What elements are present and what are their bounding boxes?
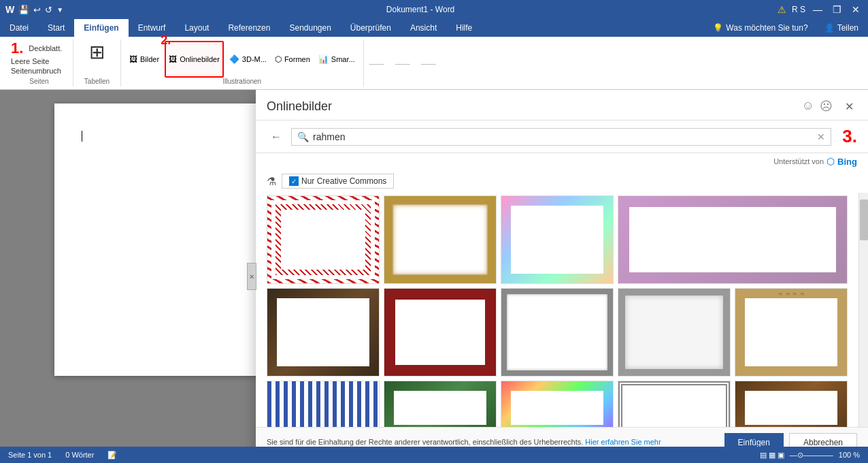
illustrationen-items: 🖼 Bilder 2. 🖼 Onlinebilder 🔷 3D-M... ⬡ F… — [127, 41, 358, 78]
onlinebilder-label: Onlinebilder — [180, 55, 220, 63]
search-input-wrapper: 🔍 ✕ — [291, 128, 831, 146]
dialog-title: Onlinebilder — [267, 99, 332, 114]
dialog-header: Onlinebilder ☺ ☹ ✕ — [256, 90, 868, 121]
dialog-close-button[interactable]: ✕ — [841, 98, 857, 114]
dialog-resize-handle[interactable]: ✕ — [247, 263, 256, 290]
close-button[interactable]: ✕ — [849, 3, 863, 16]
image-grid-wrapper — [256, 193, 868, 427]
text-cursor — [82, 131, 82, 142]
dialog-scrollbar-thumb[interactable] — [860, 199, 868, 240]
warning-icon: ⚠ — [778, 4, 786, 15]
page-info: Seite 1 von 1 — [8, 451, 52, 459]
share-icon: 👤 — [824, 23, 835, 33]
ribbon-content: 1. Deckblatt. Leere Seite Seitenumbruch … — [0, 37, 868, 90]
proofread-icon[interactable]: 📝 — [107, 451, 117, 460]
formen-label: Formen — [284, 55, 310, 63]
creative-commons-filter-button[interactable]: ✓ Nur Creative Commons — [282, 174, 394, 189]
seiten-group-label: Seiten — [11, 78, 67, 85]
ribbon-item-smartart[interactable]: 📊 Smar... — [316, 41, 358, 78]
online-images-dialog: Onlinebilder ☺ ☹ ✕ ← 🔍 ✕ 3. — [256, 90, 868, 458]
dialog-scrollbar[interactable] — [858, 193, 868, 427]
image-frame-4[interactable] — [618, 195, 848, 284]
image-frame-11[interactable] — [384, 381, 497, 427]
ribbon-item-deckblatt[interactable]: 1. Deckblatt. — [11, 41, 67, 56]
ribbon-item-seitenumbruch[interactable]: Seitenumbruch — [11, 67, 67, 75]
image-frame-13[interactable] — [618, 381, 731, 427]
zoom-slider[interactable]: —⊙———— — [790, 451, 833, 460]
image-frame-3[interactable] — [501, 195, 614, 284]
ribbon-placeholder-2: —— — [395, 59, 410, 67]
smartart-icon: 📊 — [318, 54, 329, 64]
tab-einfuegen[interactable]: Einfügen — [74, 19, 128, 37]
word-count: 0 Wörter — [65, 451, 94, 459]
smile-icon[interactable]: ☺ — [802, 99, 814, 114]
share-label: Teilen — [837, 23, 858, 33]
minimize-button[interactable]: — — [811, 3, 824, 16]
ribbon-extra-groups: —— —— —— — [364, 39, 863, 86]
dialog-header-right: ☺ ☹ ✕ — [802, 98, 857, 114]
title-bar-right: ⚠ R S — ❐ ✕ — [778, 3, 863, 16]
ribbon-item-formen[interactable]: ⬡ Formen — [272, 41, 313, 78]
view-mode-icons: ▤ ▦ ▣ — [760, 451, 784, 460]
image-frame-12[interactable] — [501, 381, 614, 427]
lightbulb-search[interactable]: 💡 Was möchten Sie tun? — [706, 19, 814, 37]
3dmodelle-label: 3D-M... — [242, 55, 267, 63]
ribbon-item-3dmodelle[interactable]: 🔷 3D-M... — [227, 41, 269, 78]
quick-save-icon[interactable]: 💾 — [18, 5, 29, 15]
lightbulb-icon: 💡 — [713, 23, 723, 33]
quick-access-dropdown-icon[interactable]: ▼ — [56, 6, 63, 14]
tab-datei[interactable]: Datei — [0, 19, 38, 37]
image-frame-8[interactable] — [618, 288, 731, 377]
step1-badge: 1. — [11, 41, 23, 56]
image-frame-10[interactable] — [267, 381, 380, 427]
smartart-label: Smar... — [331, 55, 355, 63]
tab-sendungen[interactable]: Sendungen — [280, 19, 340, 37]
ribbon-group-seiten: 1. Deckblatt. Leere Seite Seitenumbruch … — [5, 39, 73, 86]
ribbon-tabs: Datei Start Einfügen Entwurf Layout Refe… — [0, 19, 868, 37]
tab-uberpruefen[interactable]: Überprüfen — [341, 19, 401, 37]
step3-badge: 3. — [842, 126, 857, 147]
ribbon-group-illustrationen: 🖼 Bilder 2. 🖼 Onlinebilder 🔷 3D-M... ⬡ F… — [121, 39, 364, 86]
image-frame-5[interactable] — [267, 288, 380, 377]
resize-handle-icon: ✕ — [249, 273, 254, 281]
image-frame-7[interactable] — [501, 288, 614, 377]
tabellen-group-label: Tabellen — [84, 78, 110, 85]
word-logo-icon: W — [5, 4, 14, 15]
tab-ansicht[interactable]: Ansicht — [401, 19, 446, 37]
creative-commons-checkbox[interactable]: ✓ — [289, 176, 299, 186]
redo-icon[interactable]: ↺ — [45, 5, 52, 15]
tab-start[interactable]: Start — [38, 19, 74, 37]
frown-icon[interactable]: ☹ — [820, 99, 833, 114]
search-clear-icon[interactable]: ✕ — [817, 131, 825, 142]
image-frame-6[interactable] — [384, 288, 497, 377]
ribbon-item-leereseite[interactable]: Leere Seite — [11, 57, 67, 65]
image-frame-9[interactable] — [735, 288, 848, 377]
ribbon-item-bilder[interactable]: 🖼 Bilder — [127, 41, 162, 78]
back-button[interactable]: ← — [267, 129, 286, 144]
ribbon-placeholder-3: —— — [421, 59, 436, 67]
share-button[interactable]: 👤 Teilen — [815, 19, 868, 37]
restore-button[interactable]: ❐ — [830, 3, 844, 16]
undo-icon[interactable]: ↩ — [33, 5, 41, 15]
ribbon-group-tabellen: ⊞ Tabellen — [73, 39, 121, 86]
image-frame-1[interactable] — [267, 195, 380, 284]
image-frame-2[interactable] — [384, 195, 497, 284]
ribbon-placeholder-1: —— — [369, 59, 384, 67]
creative-commons-label: Nur Creative Commons — [301, 176, 386, 186]
feedback-icons: ☺ ☹ — [802, 99, 833, 114]
image-frame-14[interactable] — [735, 381, 848, 427]
tab-hilfe[interactable]: Hilfe — [446, 19, 482, 37]
app-window: W 💾 ↩ ↺ ▼ Dokument1 - Word ⚠ R S — ❐ ✕ D… — [0, 0, 868, 463]
tab-layout[interactable]: Layout — [175, 19, 218, 37]
onlinebilder-icon: 🖼 — [169, 54, 177, 64]
footer-link[interactable]: Hier erfahren Sie mehr — [585, 438, 661, 446]
filter-icon[interactable]: ⚗ — [267, 175, 276, 188]
bilder-label: Bilder — [140, 55, 159, 63]
ribbon-item-onlinebilder[interactable]: 2. 🖼 Onlinebilder — [165, 41, 224, 78]
bing-attribution-text: Unterstützt von — [773, 157, 824, 165]
user-initials: R S — [792, 5, 805, 14]
tab-referenzen[interactable]: Referenzen — [218, 19, 280, 37]
search-input[interactable] — [313, 131, 817, 142]
tabellen-icon[interactable]: ⊞ — [89, 41, 105, 63]
status-bar: Seite 1 von 1 0 Wörter 📝 ▤ ▦ ▣ —⊙———— 10… — [0, 447, 868, 463]
